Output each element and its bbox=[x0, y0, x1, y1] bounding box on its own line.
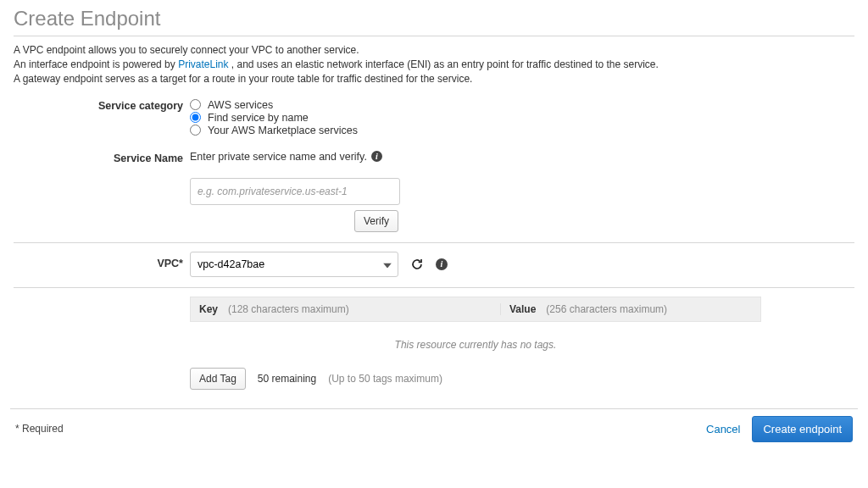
service-category-options: AWS services Find service by name Your A… bbox=[190, 98, 854, 137]
intro-line-3: A gateway endpoint serves as a target fo… bbox=[14, 72, 854, 86]
create-endpoint-page: Create Endpoint A VPC endpoint allows yo… bbox=[0, 0, 868, 459]
tags-empty-message: This resource currently has no tags. bbox=[190, 322, 761, 358]
tags-key-header: Key bbox=[199, 303, 218, 315]
verify-button[interactable]: Verify bbox=[354, 210, 398, 232]
service-name-prompt: Enter private service name and verify. i bbox=[190, 151, 854, 163]
info-icon[interactable]: i bbox=[371, 151, 382, 162]
tags-remaining: 50 remaining bbox=[258, 373, 316, 385]
required-note: * Required bbox=[15, 423, 64, 435]
vpc-info-icon[interactable]: i bbox=[436, 258, 448, 270]
service-category-row: Service category AWS services Find servi… bbox=[14, 98, 854, 137]
intro-line-1: A VPC endpoint allows you to securely co… bbox=[14, 43, 854, 57]
refresh-icon[interactable] bbox=[410, 258, 424, 271]
tags-max-hint: (Up to 50 tags maximum) bbox=[328, 373, 442, 385]
service-name-row: Service Name Enter private service name … bbox=[14, 151, 854, 232]
section-divider-2 bbox=[14, 287, 854, 288]
vpc-row: VPC* i bbox=[14, 252, 854, 277]
service-name-prompt-text: Enter private service name and verify. bbox=[190, 151, 367, 163]
intro-line-2a: An interface endpoint is powered by bbox=[14, 58, 178, 70]
tags-key-hint: (128 characters maximum) bbox=[228, 303, 349, 315]
tags-key-header-cell: Key (128 characters maximum) bbox=[191, 303, 501, 315]
tags-value-header-cell: Value (256 characters maximum) bbox=[501, 303, 676, 315]
vpc-label: VPC* bbox=[14, 252, 190, 269]
intro-line-2b: , and uses an elastic network interface … bbox=[229, 58, 659, 70]
section-divider-1 bbox=[14, 242, 854, 243]
vpc-select-input[interactable] bbox=[190, 252, 398, 277]
footer: * Required Cancel Create endpoint bbox=[14, 416, 854, 459]
radio-find-by-name-label: Find service by name bbox=[208, 112, 309, 124]
radio-find-by-name[interactable]: Find service by name bbox=[190, 112, 854, 124]
page-title: Create Endpoint bbox=[14, 7, 854, 30]
radio-aws-services[interactable]: AWS services bbox=[190, 99, 854, 111]
add-tag-button[interactable]: Add Tag bbox=[190, 368, 246, 390]
service-name-label: Service Name bbox=[14, 151, 190, 164]
radio-aws-services-input[interactable] bbox=[190, 99, 201, 110]
footer-divider bbox=[10, 408, 858, 409]
radio-find-by-name-input[interactable] bbox=[190, 112, 201, 123]
tags-header-row: Key (128 characters maximum) Value (256 … bbox=[190, 297, 761, 322]
radio-marketplace[interactable]: Your AWS Marketplace services bbox=[190, 125, 854, 136]
add-tag-row: Add Tag 50 remaining (Up to 50 tags maxi… bbox=[190, 368, 761, 390]
tags-value-header: Value bbox=[509, 303, 536, 315]
vpc-select[interactable] bbox=[190, 252, 398, 277]
radio-marketplace-label: Your AWS Marketplace services bbox=[208, 125, 358, 136]
title-divider bbox=[14, 36, 854, 36]
privatelink-link[interactable]: PrivateLink bbox=[178, 58, 228, 70]
tags-section: Key (128 characters maximum) Value (256 … bbox=[190, 297, 761, 390]
service-category-label: Service category bbox=[14, 98, 190, 112]
radio-aws-services-label: AWS services bbox=[208, 99, 273, 111]
create-endpoint-button[interactable]: Create endpoint bbox=[752, 416, 853, 442]
intro-line-2: An interface endpoint is powered by Priv… bbox=[14, 58, 854, 71]
cancel-link[interactable]: Cancel bbox=[706, 423, 740, 435]
tags-value-hint: (256 characters maximum) bbox=[546, 303, 667, 315]
radio-marketplace-input[interactable] bbox=[190, 125, 201, 136]
service-name-input[interactable] bbox=[190, 178, 400, 205]
